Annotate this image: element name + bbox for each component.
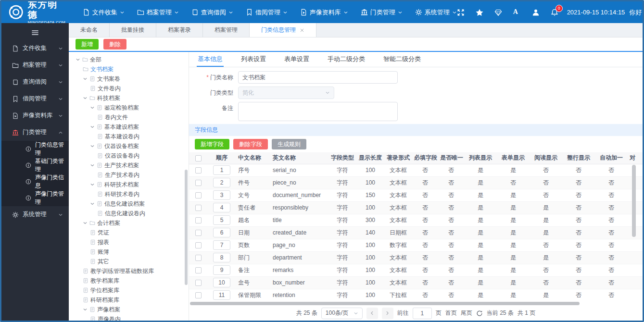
row-checkbox[interactable] [195,267,202,273]
topnav-item[interactable]: 查询借阅 [191,8,233,17]
category-type-select[interactable]: 简化 [238,87,334,99]
topnav-item[interactable]: 借阅管理 [246,8,288,17]
row-checkbox[interactable] [195,280,202,286]
tree-node[interactable]: 教学档案库 [69,276,189,285]
star-icon[interactable] [476,9,483,16]
order-input[interactable] [213,240,230,250]
last-page-link[interactable]: 尾页 [461,309,472,317]
remark-textarea[interactable] [238,102,398,121]
row-checkbox[interactable] [195,192,202,198]
row-checkbox[interactable] [195,255,202,261]
sidebar-item[interactable]: 门类管理 [1,124,69,141]
tree-node[interactable]: 科研技术卷内 [69,189,189,199]
order-input[interactable] [213,203,230,212]
tree-node[interactable]: 会计档案 [69,218,189,228]
page-size-select[interactable]: 100条/页 [321,308,363,319]
tab[interactable]: 档案管理 [203,23,250,37]
row-checkbox[interactable] [195,180,202,186]
tree-node[interactable]: 文书案卷 [69,74,189,84]
row-checkbox[interactable] [195,292,202,298]
tree-scrollbar[interactable] [185,170,188,285]
order-input[interactable] [213,253,230,262]
tree-node[interactable]: 科研档案库 [69,295,189,305]
detail-tab[interactable]: 基本信息 [197,52,224,67]
sidebar-item[interactable]: 系统管理 [1,206,69,223]
sidebar-subitem[interactable]: 声像门类信息 [1,173,69,190]
tree-node[interactable]: 其它 [69,257,189,266]
generate-rule-button[interactable]: 生成规则 [272,139,306,149]
tree-node[interactable]: 基本建设卷内 [69,132,189,141]
sidebar-item[interactable]: 声像资料库 [1,107,69,124]
order-input[interactable] [213,265,230,275]
tree-node[interactable]: 学位档案库 [69,285,189,295]
tree-node[interactable]: 声像档案 [69,305,189,314]
tab[interactable]: 门类信息管理 [250,23,316,37]
sidebar-item[interactable]: 借阅管理 [1,90,69,107]
close-icon[interactable] [300,28,304,33]
topnav-item[interactable]: 门类管理 [361,8,403,17]
detail-tab[interactable]: 表单设置 [283,52,310,67]
tree-node[interactable]: 教学训练管理基础数据库 [69,266,189,276]
tree-node[interactable]: 卷内文件 [69,112,189,122]
delete-button[interactable]: 删除 [103,39,126,50]
order-input[interactable] [213,290,230,300]
bell-icon[interactable]: 0 [551,9,558,16]
sidebar-subitem[interactable]: 基础门类管理 [1,157,69,173]
tree-node[interactable]: 鉴定检验档案 [69,103,189,112]
first-page-link[interactable]: 首页 [445,309,457,317]
tree-node[interactable]: 生产技术档案 [69,161,189,170]
tab[interactable]: 批量挂接 [110,23,156,37]
row-checkbox[interactable] [195,167,202,173]
order-input[interactable] [213,178,230,187]
goto-page-input[interactable] [413,308,432,319]
topnav-item[interactable]: 档案管理 [137,8,179,17]
user-icon[interactable] [532,9,540,16]
tree-node[interactable]: 文书档案 [69,64,189,74]
tree-node[interactable]: 报表 [69,237,189,247]
tree-node[interactable]: 信息化建设档案 [69,199,189,209]
prev-page-button[interactable] [366,308,378,319]
sidebar-subitem[interactable]: 声像门类管理 [1,190,69,206]
sidebar-subitem[interactable]: 门类信息管理 [1,141,69,157]
fullscreen-icon[interactable] [457,9,465,16]
tree-node[interactable]: 仪器设备卷内 [69,151,189,161]
scrollbar-thumb[interactable] [190,302,580,305]
order-input[interactable] [213,278,230,287]
select-all-checkbox[interactable] [195,155,202,161]
add-field-button[interactable]: 新增字段 [195,139,229,149]
delete-field-button[interactable]: 删除字段 [233,139,268,149]
tree-node[interactable]: 声像卷内 [69,314,189,321]
tab[interactable]: 未命名 [69,23,110,37]
tree-node[interactable]: 账簿 [69,247,189,257]
tree-node[interactable]: 仪器设备档案 [69,141,189,151]
category-name-input[interactable] [238,71,398,84]
sidebar-item[interactable]: 文件收集 [1,40,69,57]
row-checkbox[interactable] [195,205,202,211]
detail-tab[interactable]: 列表设置 [240,52,267,67]
sidebar-collapse-button[interactable] [1,25,69,40]
sidebar-item[interactable]: 档案管理 [1,57,69,74]
table-horizontal-scrollbar[interactable] [190,301,642,306]
row-checkbox[interactable] [195,242,202,248]
refresh-icon[interactable] [476,310,483,317]
table-vertical-scrollbar[interactable] [632,165,636,237]
gem-icon[interactable] [494,9,502,16]
detail-tab[interactable]: 手动二级分类 [327,52,366,67]
tree-node[interactable]: 文件卷内 [69,84,189,93]
tree-node[interactable]: 科研技术档案 [69,180,189,189]
tree-node[interactable]: 科技档案 [69,93,189,103]
add-button[interactable]: 新增 [76,39,99,50]
topnav-item[interactable]: 声像资料库 [300,8,348,17]
tree-node[interactable]: 生产技术卷内 [69,170,189,180]
topnav-item[interactable]: 系统管理 [415,8,457,17]
tree-node[interactable]: 基本建设档案 [69,122,189,132]
tree-node[interactable]: 全部 [69,55,189,64]
tree-node[interactable]: 凭证 [69,228,189,237]
detail-tab[interactable]: 智能二级分类 [382,52,422,67]
order-input[interactable] [213,165,230,175]
next-page-button[interactable] [382,308,393,319]
tree-node[interactable]: 信息化建设卷内 [69,209,189,218]
order-input[interactable] [213,215,230,225]
order-input[interactable] [213,190,230,200]
font-icon[interactable]: A [513,9,521,16]
